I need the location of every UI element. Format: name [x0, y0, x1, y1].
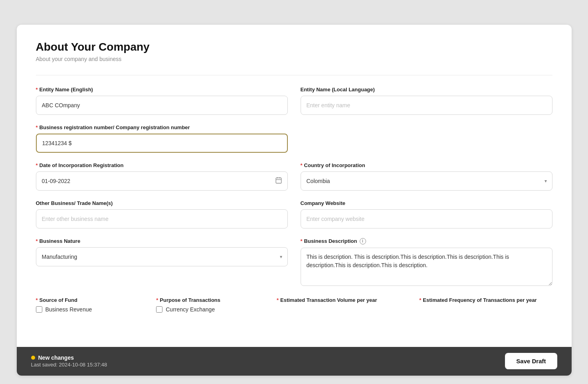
source-of-fund-checkbox-row: Business Revenue [36, 306, 147, 313]
business-registration-label: * Business registration number/ Company … [36, 124, 288, 130]
new-changes-dot [31, 356, 35, 360]
other-business-input[interactable] [36, 209, 288, 228]
business-registration-input[interactable] [36, 134, 288, 153]
country-select-wrapper: Colombia United States United Kingdom Si… [301, 171, 552, 191]
other-business-label: Other Business/ Trade Name(s) [36, 200, 288, 206]
purpose-transactions-label: * Purpose of Transactions [156, 297, 267, 303]
country-incorporation-label: * Country of Incorporation [301, 162, 552, 168]
required-asterisk: * [301, 162, 303, 168]
required-asterisk: * [36, 162, 38, 168]
entity-name-local-label: Entity Name (Local Language) [301, 87, 552, 93]
entity-name-english-label: * Entity Name (English) [36, 87, 288, 93]
business-revenue-checkbox[interactable] [36, 306, 42, 313]
save-draft-button[interactable]: Save Draft [505, 353, 557, 369]
divider [36, 75, 552, 75]
new-changes-text: New changes [38, 354, 74, 361]
required-asterisk: * [36, 297, 38, 303]
business-revenue-label: Business Revenue [46, 306, 92, 313]
bottom-left-info: New changes Last saved: 2024-10-08 15:37… [31, 354, 107, 368]
bottom-bar: New changes Last saved: 2024-10-08 15:37… [17, 347, 572, 376]
business-nature-wrapper: Manufacturing Retail Services Technology… [36, 247, 288, 266]
entity-name-local-input[interactable] [301, 96, 552, 115]
purpose-transactions-checkbox-row: Currency Exchange [156, 306, 267, 313]
date-incorporation-input[interactable] [36, 171, 288, 191]
estimated-frequency-label: * Estimated Frequency of Transactions pe… [419, 297, 552, 303]
source-of-fund-label: * Source of Fund [36, 297, 147, 303]
currency-exchange-checkbox[interactable] [156, 306, 162, 313]
country-select[interactable]: Colombia United States United Kingdom Si… [301, 171, 552, 191]
business-description-textarea[interactable]: This is description. This is description… [301, 248, 552, 286]
date-input-wrapper [36, 171, 288, 191]
business-description-label: * Business Description i [301, 238, 552, 244]
currency-exchange-label: Currency Exchange [166, 306, 215, 313]
required-asterisk: * [36, 87, 38, 93]
required-asterisk: * [36, 124, 38, 130]
required-asterisk: * [277, 297, 279, 303]
required-asterisk: * [419, 297, 421, 303]
estimated-volume-label: * Estimated Transaction Volume per year [277, 297, 410, 303]
info-icon: i [360, 238, 366, 244]
page-title: About Your Company [36, 41, 552, 53]
company-website-label: Company Website [301, 200, 552, 206]
required-asterisk: * [301, 238, 303, 244]
required-asterisk: * [156, 297, 158, 303]
new-changes-line: New changes [31, 354, 107, 361]
last-saved-text: Last saved: 2024-10-08 15:37:48 [31, 362, 107, 368]
required-asterisk: * [36, 238, 38, 244]
entity-name-english-input[interactable] [36, 96, 288, 115]
company-website-input[interactable] [301, 209, 552, 228]
business-nature-select[interactable]: Manufacturing Retail Services Technology [36, 247, 288, 266]
page-subtitle: About your company and business [36, 56, 552, 62]
business-nature-label: * Business Nature [36, 238, 288, 244]
date-incorporation-label: * Date of Incorporation Registration [36, 162, 288, 168]
